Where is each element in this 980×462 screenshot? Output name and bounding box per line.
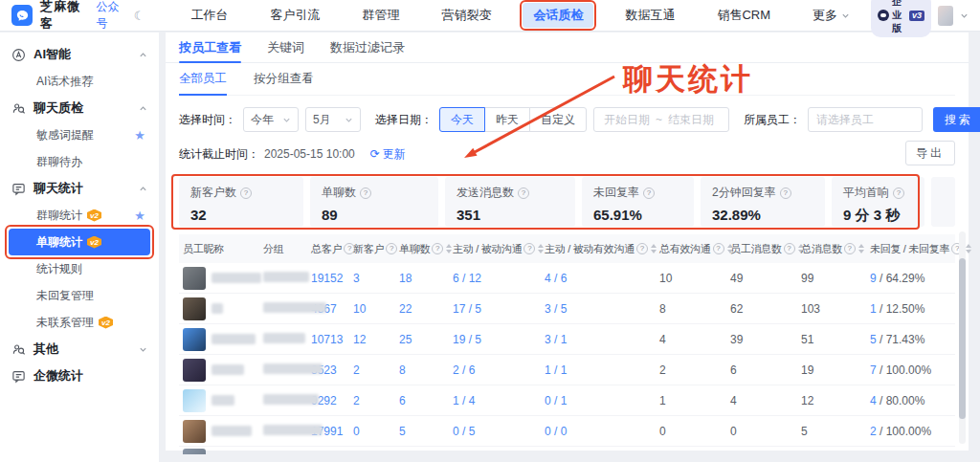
employee-avatar[interactable] xyxy=(183,328,206,351)
sidebar-item-unreplied-management[interactable]: 未回复管理 xyxy=(0,282,159,309)
star-icon[interactable]: ★ xyxy=(134,209,145,223)
sidebar-item-uncontacted-management[interactable]: 未联系管理v2 xyxy=(0,309,159,336)
chat-count-cell[interactable]: 6 xyxy=(397,394,451,407)
new-customers-cell[interactable]: 12 xyxy=(351,333,397,346)
active-passive-cell[interactable]: 0 / 5 xyxy=(451,425,543,438)
chat-count-cell[interactable]: 5 xyxy=(397,425,451,438)
active-passive-valid-cell[interactable]: 0 / 0 xyxy=(543,425,657,438)
sidebar-group-qiwei-stats[interactable]: 企微统计 xyxy=(0,363,159,389)
sort-icon[interactable] xyxy=(966,244,971,253)
search-button[interactable]: 搜索 xyxy=(933,107,980,132)
active-passive-cell[interactable]: 1 / 4 xyxy=(451,394,543,407)
staff-select-input[interactable] xyxy=(808,107,923,132)
employee-name-cell[interactable] xyxy=(179,297,261,320)
subtab-all-employees[interactable]: 全部员工 xyxy=(179,63,227,96)
sidebar-item-group-chat-stats[interactable]: 群聊统计v2★ xyxy=(0,202,159,229)
employee-name-cell[interactable] xyxy=(179,420,261,443)
unreplied-cell[interactable]: 2 / 100.00% xyxy=(868,425,955,438)
refresh-link[interactable]: ⟳ 更新 xyxy=(370,146,406,163)
unreplied-cell[interactable]: 1 / 12.50% xyxy=(868,302,955,316)
employee-name-cell[interactable] xyxy=(179,359,261,382)
new-customers-cell[interactable]: 2 xyxy=(351,394,397,407)
sidebar-item-stats-rules[interactable]: 统计规则 xyxy=(0,255,159,282)
new-customers-cell[interactable]: 10 xyxy=(351,302,397,316)
active-passive-cell[interactable]: 6 / 12 xyxy=(451,272,543,285)
table-scrollbar[interactable] xyxy=(959,231,966,444)
scrollbar-thumb[interactable] xyxy=(959,258,966,419)
employee-name-cell[interactable] xyxy=(179,328,261,351)
sort-desc-icon[interactable] xyxy=(966,250,971,253)
date-range-picker[interactable]: ~ xyxy=(593,107,729,132)
new-customers-cell[interactable]: 3 xyxy=(351,272,397,285)
sidebar-group-ai[interactable]: AI智能 xyxy=(0,41,159,68)
chat-count-cell[interactable]: 25 xyxy=(397,333,451,346)
sort-icon[interactable] xyxy=(651,244,657,253)
chat-count-cell[interactable]: 22 xyxy=(397,302,451,316)
unreplied-cell[interactable]: 4 / 80.00% xyxy=(868,394,955,407)
active-passive-cell[interactable]: 17 / 5 xyxy=(451,302,543,316)
user-menu-chevron-down-icon[interactable] xyxy=(960,11,969,20)
new-customers-cell[interactable]: 2 xyxy=(351,363,397,377)
export-button[interactable]: 导出 xyxy=(905,141,955,165)
active-passive-cell[interactable]: 2 / 6 xyxy=(451,363,543,377)
date-button-custom[interactable]: 自定义 xyxy=(529,107,587,132)
official-account-link[interactable]: 公众号 xyxy=(96,0,123,32)
employee-name-cell[interactable] xyxy=(179,389,261,412)
employee-avatar[interactable] xyxy=(183,359,206,382)
unreplied-cell[interactable]: 9 / 64.29% xyxy=(868,272,955,285)
active-passive-valid-cell[interactable]: 3 / 1 xyxy=(543,333,657,346)
sort-asc-icon[interactable] xyxy=(966,244,971,248)
sort-asc-icon[interactable] xyxy=(651,244,657,248)
nav-item-sales-crm[interactable]: 销售CRM xyxy=(706,3,781,28)
end-date-input[interactable] xyxy=(666,112,716,127)
chat-count-cell[interactable]: 18 xyxy=(397,272,451,285)
sidebar-item-group-chat-todo[interactable]: 群聊待办 xyxy=(0,148,159,175)
nav-item-data-sync[interactable]: 数据互通 xyxy=(614,3,685,28)
total-customers-cell[interactable]: 10713 xyxy=(309,333,351,346)
employee-avatar[interactable] xyxy=(183,389,206,412)
date-button-yesterday[interactable]: 昨天 xyxy=(484,107,530,132)
new-customers-cell[interactable]: 0 xyxy=(351,425,397,438)
sort-desc-icon[interactable] xyxy=(858,250,864,253)
unreplied-count[interactable]: 5 xyxy=(870,333,877,346)
tab-keywords[interactable]: 关键词 xyxy=(267,33,304,63)
nav-item-customer-acquisition[interactable]: 客户引流 xyxy=(259,3,330,28)
subtab-by-group[interactable]: 按分组查看 xyxy=(254,63,314,96)
unreplied-count[interactable]: 7 xyxy=(870,363,877,377)
sort-desc-icon[interactable] xyxy=(651,250,657,253)
active-passive-valid-cell[interactable]: 3 / 5 xyxy=(543,302,657,316)
tab-data-filter-records[interactable]: 数据过滤记录 xyxy=(330,33,405,63)
nav-item-more[interactable]: 更多 xyxy=(802,3,860,28)
employee-name-cell[interactable] xyxy=(179,267,261,290)
chat-count-cell[interactable]: 8 xyxy=(397,363,451,377)
employee-avatar[interactable] xyxy=(183,267,206,290)
unreplied-count[interactable]: 2 xyxy=(870,425,877,438)
employee-avatar[interactable] xyxy=(183,420,206,443)
nav-item-group-management[interactable]: 群管理 xyxy=(351,3,410,28)
sidebar-group-chat-qc[interactable]: 聊天质检 xyxy=(0,95,159,121)
sidebar-item-sensitive-word-alert[interactable]: 敏感词提醒★ xyxy=(0,121,159,148)
total-customers-cell[interactable]: 19152 xyxy=(309,272,351,285)
dark-mode-icon[interactable]: ☾ xyxy=(134,9,145,23)
active-passive-valid-cell[interactable]: 4 / 6 xyxy=(543,272,657,285)
nav-item-workbench[interactable]: 工作台 xyxy=(180,3,238,28)
user-avatar[interactable] xyxy=(938,6,953,26)
employee-avatar[interactable] xyxy=(183,297,206,320)
tab-by-employee[interactable]: 按员工查看 xyxy=(179,33,241,63)
active-passive-valid-cell[interactable]: 0 / 1 xyxy=(543,394,657,407)
unreplied-count[interactable]: 4 xyxy=(870,394,877,407)
start-date-input[interactable] xyxy=(602,112,652,127)
nav-item-conversation-qc[interactable]: 会话质检 xyxy=(523,3,593,28)
active-passive-cell[interactable]: 19 / 5 xyxy=(451,333,543,346)
unreplied-cell[interactable]: 5 / 71.43% xyxy=(868,333,955,346)
unreplied-count[interactable]: 1 xyxy=(870,302,877,316)
sidebar-group-chat-stats[interactable]: 聊天统计 xyxy=(0,175,159,202)
sidebar-group-other[interactable]: 其他 xyxy=(0,336,159,363)
sort-icon[interactable] xyxy=(858,244,864,253)
star-icon[interactable]: ★ xyxy=(134,128,145,143)
unreplied-cell[interactable]: 7 / 100.00% xyxy=(868,363,955,377)
sort-asc-icon[interactable] xyxy=(858,244,864,248)
active-passive-valid-cell[interactable]: 1 / 1 xyxy=(543,363,657,377)
year-select[interactable]: 今年 xyxy=(243,107,299,132)
unreplied-count[interactable]: 9 xyxy=(870,272,877,285)
